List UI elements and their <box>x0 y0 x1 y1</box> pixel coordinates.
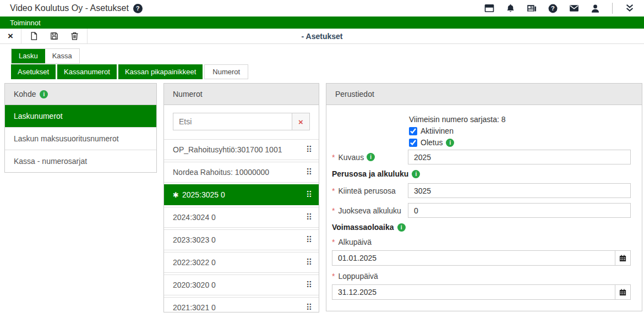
perusosa-section-heading: Perusosa ja alkuluku i <box>332 169 631 178</box>
search-row: × <box>164 105 319 139</box>
subtab-kassan-pikapainikkeet[interactable]: Kassan pikapainikkeet <box>118 64 203 79</box>
trash-icon <box>70 31 79 41</box>
calendar-icon <box>619 288 627 296</box>
sub-tab-bar: Asetukset Kassanumerot Kassan pikapainik… <box>11 64 644 79</box>
loppupaiva-label: * Loppupäivä <box>332 272 631 281</box>
numerot-list-item[interactable]: 2023:3023 0 ⠿ <box>164 229 319 250</box>
new-document-button[interactable] <box>29 31 39 41</box>
info-icon[interactable]: i <box>397 223 406 232</box>
required-marker: * <box>332 186 335 195</box>
voimassaoloaika-section-heading: Voimassaoloaika i <box>332 223 631 232</box>
subtab-numerot[interactable]: Numerot <box>204 64 248 79</box>
info-icon[interactable]: i <box>412 170 420 178</box>
help-icon[interactable]: ? <box>133 4 143 13</box>
content-area: Kohde i Laskunumerot Laskun maksusuoritu… <box>0 79 644 312</box>
drag-handle-icon[interactable]: ⠿ <box>306 190 312 200</box>
numerot-panel-title: Numerot <box>173 90 203 98</box>
titlebar-divider <box>612 3 613 14</box>
save-icon <box>50 31 59 41</box>
numerot-list-item[interactable]: 2022:3022 0 ⠿ <box>164 252 319 273</box>
drag-handle-icon[interactable]: ⠿ <box>306 257 312 267</box>
bell-icon[interactable] <box>505 3 516 14</box>
numerot-list-item[interactable]: 2021:3021 0 ⠿ <box>164 297 319 312</box>
drag-handle-icon[interactable]: ⠿ <box>306 280 312 290</box>
numerot-list-item[interactable]: 2024:3024 0 ⠿ <box>164 207 319 228</box>
numerot-panel: Numerot × OP_Rahoitusyhtiö:301700 1001 ⠿… <box>163 83 319 312</box>
aktiivinen-row: Aktiivinen <box>409 127 631 135</box>
kiintea-perusosa-label: * Kiinteä perusosa <box>332 186 408 195</box>
drag-handle-icon[interactable]: ⠿ <box>306 303 312 312</box>
alkupaiva-calendar-button[interactable] <box>615 250 631 266</box>
subtab-kassanumerot[interactable]: Kassanumerot <box>57 64 117 79</box>
subtab-asetukset[interactable]: Asetukset <box>11 64 56 79</box>
numerot-list-item[interactable]: 2020:3020 0 ⠿ <box>164 274 319 295</box>
perustiedot-panel-header: Perustiedot <box>326 84 642 105</box>
new-document-icon <box>29 31 39 41</box>
kuvaus-input[interactable] <box>408 150 631 164</box>
loppupaiva-input[interactable] <box>332 284 615 300</box>
numerot-list-item[interactable]: Nordea Rahoitus: 10000000 ⠿ <box>164 162 319 183</box>
alkupaiva-field <box>332 250 631 266</box>
oletus-label: Oletus <box>421 138 443 147</box>
default-marker-icon: ✱ <box>173 191 179 199</box>
menu-toiminnot[interactable]: Toiminnot <box>10 19 41 27</box>
kohde-panel: Kohde i Laskunumerot Laskun maksusuoritu… <box>4 83 157 173</box>
kohde-panel-title: Kohde <box>14 90 36 98</box>
drag-handle-icon[interactable]: ⠿ <box>306 167 312 177</box>
numerot-panel-header: Numerot <box>164 84 319 105</box>
kuvaus-label: * Kuvaus i <box>332 153 408 162</box>
page-title: Video Koulutus Oy - Asetukset <box>10 3 129 13</box>
required-marker: * <box>332 153 335 162</box>
oletus-row: Oletus i <box>409 138 631 147</box>
numerot-list-item-selected[interactable]: ✱ 2025:3025 0 ⠿ <box>164 184 319 205</box>
save-button[interactable] <box>50 31 59 41</box>
toolbar-subtitle: - Asetukset <box>0 29 644 43</box>
perustiedot-panel-title: Perustiedot <box>335 90 374 98</box>
aktiivinen-label: Aktiivinen <box>421 127 454 135</box>
drag-handle-icon[interactable]: ⠿ <box>306 212 312 222</box>
question-icon[interactable]: ? <box>548 3 558 14</box>
required-marker: * <box>332 238 335 246</box>
info-icon[interactable]: i <box>367 153 375 161</box>
close-button[interactable]: × <box>8 31 13 41</box>
app-title: Video Koulutus Oy - Asetukset ? <box>10 3 143 13</box>
user-icon[interactable] <box>590 3 601 14</box>
delete-button[interactable] <box>70 31 79 41</box>
aktiivinen-checkbox[interactable] <box>409 127 417 135</box>
kohde-item-maksusuoritusnumerot[interactable]: Laskun maksusuoritusnumerot <box>5 128 156 150</box>
alkupaiva-input[interactable] <box>332 250 615 266</box>
svg-text:?: ? <box>551 5 555 12</box>
calendar-icon <box>619 254 627 262</box>
numerot-list-item[interactable]: OP_Rahoitusyhtiö:301700 1001 ⠿ <box>164 139 319 160</box>
tab-lasku[interactable]: Lasku <box>12 49 45 63</box>
loppupaiva-calendar-button[interactable] <box>615 284 631 300</box>
tabs-area: Lasku Kassa <box>11 48 644 64</box>
mail-icon[interactable] <box>569 3 580 14</box>
last-number-text: Viimeisin numero sarjasta: 8 <box>409 115 631 124</box>
clear-search-button[interactable]: × <box>292 113 310 130</box>
drag-handle-icon[interactable]: ⠿ <box>306 235 312 245</box>
kohde-item-laskunumerot[interactable]: Laskunumerot <box>5 105 156 128</box>
juokseva-alkuluku-input[interactable] <box>408 203 631 218</box>
kohde-item-kassa-numerosarjat[interactable]: Kassa - numerosarjat <box>5 150 156 172</box>
tab-kassa[interactable]: Kassa <box>45 49 79 63</box>
menu-bar: Toiminnot <box>0 17 644 29</box>
oletus-checkbox[interactable] <box>409 139 417 147</box>
collapse-chevron-icon[interactable] <box>624 3 635 14</box>
perustiedot-panel: Perustiedot Viimeisin numero sarjasta: 8… <box>326 83 642 311</box>
required-marker: * <box>332 272 335 281</box>
info-icon[interactable]: i <box>446 139 454 147</box>
required-marker: * <box>332 206 335 215</box>
main-tab-bar: Lasku Kassa <box>11 48 80 64</box>
alkupaiva-label: * Alkupäivä <box>332 238 631 246</box>
title-bar: Video Koulutus Oy - Asetukset ? ? <box>0 0 644 17</box>
info-icon[interactable]: i <box>40 90 48 98</box>
kohde-panel-header: Kohde i <box>5 84 156 105</box>
window-icon[interactable] <box>484 3 495 14</box>
search-input[interactable] <box>173 113 292 130</box>
kiintea-perusosa-input[interactable] <box>408 183 631 198</box>
close-icon: × <box>8 31 13 41</box>
drag-handle-icon[interactable]: ⠿ <box>306 145 312 155</box>
juokseva-alkuluku-label: * Juokseva alkuluku <box>332 206 408 215</box>
newspaper-icon[interactable] <box>526 3 537 14</box>
